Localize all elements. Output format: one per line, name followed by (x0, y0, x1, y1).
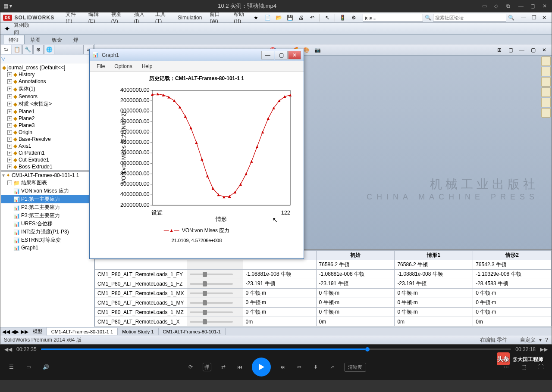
tab-weld[interactable]: 焊 (68, 35, 84, 44)
search-icon[interactable]: 🔍 (425, 15, 431, 21)
side-tool3-icon[interactable] (541, 87, 551, 97)
row-slider[interactable] (187, 270, 243, 279)
community-search-input[interactable] (433, 14, 506, 22)
status-dropdown-icon[interactable]: ▾ (539, 337, 542, 343)
row-slider[interactable] (187, 308, 243, 317)
vp-min-icon[interactable]: — (517, 46, 527, 54)
select-button[interactable]: ↖ (323, 13, 332, 22)
doc-search-input[interactable] (363, 14, 423, 22)
doc-restore-icon[interactable]: ❐ (529, 13, 539, 22)
open-button[interactable]: 📂 (274, 13, 283, 22)
result-item[interactable]: 📊URES:合位移 (1, 220, 93, 228)
graph-menu-options[interactable]: Options (110, 62, 136, 70)
tree-item[interactable]: +◆Cut-Extrude1 (1, 156, 93, 163)
vp-menu-icon[interactable]: ▤ ▾ (3, 3, 12, 9)
search-icon-2[interactable]: 🔍 (508, 15, 514, 21)
new-button[interactable]: 📄 (263, 13, 272, 22)
folder-icon[interactable]: ▭ (24, 363, 33, 371)
vp-close-icon[interactable]: ✕ (539, 46, 549, 54)
save-button[interactable]: 💾 (285, 13, 295, 22)
graph-close-button[interactable]: ✕ (288, 51, 301, 59)
menu-simulation[interactable]: Simulation (174, 14, 205, 22)
result-item[interactable]: 📊P3:第三主要应力 (1, 212, 93, 220)
video-seek-slider[interactable] (41, 348, 511, 350)
undo-button[interactable]: ↶ (307, 13, 317, 22)
options-button[interactable]: ⚙ (349, 13, 358, 22)
tree-item[interactable]: +◆Origin (1, 129, 93, 136)
row-slider[interactable] (187, 298, 243, 308)
tree-item[interactable]: +◆材质 <未指定> (1, 100, 93, 108)
fm-tab-3[interactable]: 🔧 (22, 45, 33, 54)
print-button[interactable]: 🖨 (296, 13, 306, 22)
tab-study2[interactable]: CM1-ALT-Frames-80-101-1 (159, 328, 226, 335)
doc-close-icon[interactable]: ✕ (539, 13, 549, 22)
result-item[interactable]: 📊INT:应力强度(P1-P3) (1, 228, 93, 236)
share-icon[interactable]: ↗ (328, 363, 336, 371)
tree-item[interactable]: +◆Axis1 (1, 143, 93, 149)
graph-maximize-button[interactable]: ▢ (275, 51, 288, 59)
play-button[interactable] (252, 358, 271, 376)
doc-minimize-icon[interactable]: — (519, 13, 528, 22)
tab-model[interactable]: 模型 (28, 327, 47, 336)
tree-item[interactable]: +◆Annotations (1, 78, 93, 85)
graph-menu-file[interactable]: File (92, 62, 109, 70)
progress-prev-icon[interactable]: ◀◀ (4, 346, 12, 352)
loop-icon[interactable]: ⟳ (186, 363, 195, 371)
side-tool2-icon[interactable] (541, 77, 551, 87)
side-tool1-icon[interactable] (541, 67, 551, 76)
cut-icon[interactable]: ✂ (295, 363, 304, 371)
graph-minimize-button[interactable]: — (261, 51, 274, 59)
result-item[interactable]: 📊Graph1 (1, 244, 93, 251)
next-track-icon[interactable]: ⏭ (279, 363, 287, 371)
chat-icon[interactable]: ▭ (482, 3, 488, 9)
result-item[interactable]: 📊P1:第一主要应力 (1, 195, 93, 203)
settings-icon[interactable]: ⇄ (219, 363, 228, 371)
fm-tab-1[interactable]: 🗂 (1, 45, 11, 54)
view-settings-icon[interactable]: 📷 (313, 46, 322, 54)
playlist-icon[interactable]: ☰ (7, 363, 16, 371)
tree-item[interactable]: +◆实体(1) (1, 85, 93, 93)
side-tool4-icon[interactable] (541, 98, 551, 107)
result-item[interactable]: 📊P2:第二主要应力 (1, 203, 93, 212)
vp-tile-icon[interactable]: ⊞ (495, 46, 504, 54)
result-item[interactable]: 📊ESTRN:对等应变 (1, 236, 93, 244)
minimize-icon[interactable]: — (518, 3, 524, 9)
tab-motion[interactable]: Motion Study 1 (118, 328, 158, 335)
pin-icon[interactable]: ◇ (494, 3, 500, 9)
tree-item[interactable]: +◆Sensors (1, 93, 93, 100)
download-icon[interactable]: ⬇ (311, 363, 320, 371)
row-slider[interactable] (187, 279, 243, 289)
row-slider[interactable] (187, 289, 243, 298)
tree-item[interactable]: +◆Plane2 (1, 115, 93, 122)
clarity-button[interactable]: 清晰度 (344, 363, 366, 372)
tab-features[interactable]: 特征 (3, 35, 25, 44)
tabs-nav-prev[interactable]: ◀◀ ◀ (2, 329, 15, 335)
row-slider[interactable] (187, 317, 243, 327)
tree-item[interactable]: +◆CirPattern1 (1, 149, 93, 156)
fm-tab-5[interactable]: 🌐 (44, 45, 54, 54)
graph-titlebar[interactable]: 📊 Graph1 — ▢ ✕ (90, 49, 304, 61)
tab-sheetmetal[interactable]: 钣金 (46, 35, 68, 44)
status-help-icon[interactable]: ? (545, 337, 548, 343)
maximize-icon[interactable]: ▢ (530, 3, 536, 9)
tree-item[interactable]: +◆Base-Revolve (1, 136, 93, 143)
tab-sketch[interactable]: 草图 (25, 35, 46, 44)
vp-max-icon[interactable]: ▢ (528, 46, 538, 54)
volume-icon[interactable]: 🔊 (41, 363, 50, 371)
result-item[interactable]: 📊VON:von Mises 应力 (1, 187, 93, 195)
tree-root[interactable]: ◆journal_cross (Default<<[ (1, 64, 93, 71)
tabs-nav-next[interactable]: ▶ ▶▶ (15, 329, 28, 335)
tab-study1[interactable]: CM1-ALT-Frames-80-101-1 1 (47, 328, 118, 335)
menu-expand-icon[interactable]: ★ (254, 15, 258, 21)
tree-item[interactable]: +◆History (1, 71, 93, 78)
side-tool5-icon[interactable] (541, 108, 551, 118)
results-folder[interactable]: -📁结果和图表 (1, 179, 93, 187)
danmu-button[interactable]: 弹 (203, 363, 211, 371)
study-root[interactable]: ▾✦CM1-ALT-Frames-80-101-1 1 (1, 172, 93, 179)
vp-single-icon[interactable]: ▢ (506, 46, 515, 54)
prev-track-icon[interactable]: ⏮ (235, 363, 244, 371)
side-home-icon[interactable] (541, 56, 551, 66)
tree-item[interactable]: +◆Plane3 (1, 122, 93, 129)
filter-icon[interactable]: ▽ (1, 56, 5, 62)
graph-menu-help[interactable]: Help (138, 62, 157, 70)
